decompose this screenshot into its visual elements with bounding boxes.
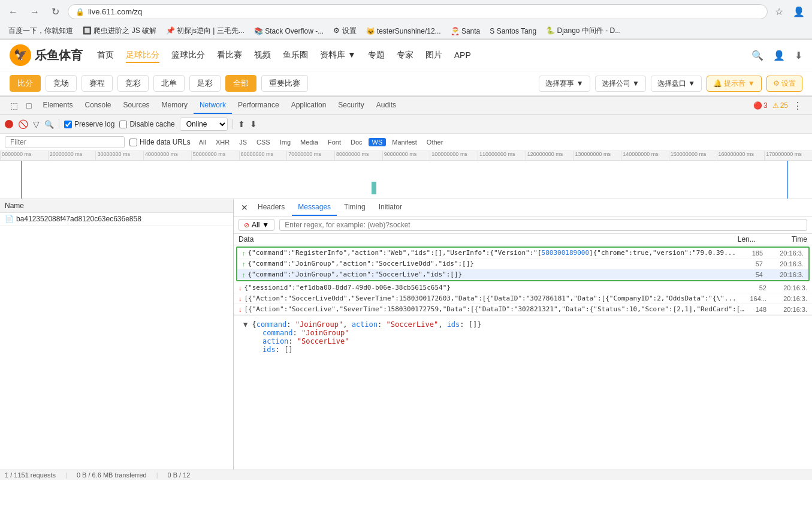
bookmark-santa[interactable]: 🎅 Santa	[447, 26, 484, 37]
tab-security[interactable]: Security	[332, 97, 370, 114]
tab-sources[interactable]: Sources	[117, 97, 156, 114]
filter-pan[interactable]: 选择盘口 ▼	[651, 76, 702, 92]
nav-topic[interactable]: 专题	[368, 47, 385, 63]
bell-button[interactable]: 🔔 提示音 ▼	[707, 76, 762, 92]
download-icon[interactable]: ⬇	[795, 50, 802, 61]
record-button[interactable]	[5, 120, 13, 128]
btn-jingchang[interactable]: 竞场	[46, 75, 77, 92]
throttle-select[interactable]: Online Fast 3G Slow 3G Offline	[180, 118, 228, 131]
tab-console[interactable]: Console	[79, 97, 117, 114]
back-button[interactable]: ←	[5, 4, 22, 20]
nav-video[interactable]: 视频	[254, 47, 271, 63]
toolbar-divider	[59, 119, 59, 129]
tab-headers[interactable]: Headers	[252, 199, 291, 216]
tab-performance[interactable]: Performance	[232, 97, 285, 114]
nav-expert[interactable]: 专家	[397, 47, 413, 63]
url-text: live.611.com/zq	[88, 7, 760, 16]
bookmark-reverse[interactable]: 📌 初探js逆向 | 三毛先...	[162, 25, 248, 37]
nav-watch[interactable]: 看比赛	[217, 47, 242, 63]
nav-home[interactable]: 首页	[97, 47, 114, 63]
star-button[interactable]: ☆	[772, 4, 786, 20]
tab-initiator[interactable]: Initiator	[373, 199, 408, 216]
disable-cache-checkbox[interactable]	[119, 121, 127, 128]
filter-input[interactable]	[5, 136, 125, 148]
address-bar[interactable]: 🔒 live.611.com/zq	[68, 4, 768, 19]
all-select[interactable]: ⊘ All ▼	[239, 219, 274, 231]
type-other[interactable]: Other	[423, 138, 447, 146]
type-doc[interactable]: Doc	[347, 138, 366, 146]
hide-data-checkbox[interactable]	[129, 139, 137, 146]
bookmark-settings[interactable]: ⚙ 设置	[330, 25, 360, 37]
tab-application[interactable]: Application	[285, 97, 333, 114]
nav-database[interactable]: 资料库 ▼	[320, 47, 356, 63]
nav-soccer[interactable]: 足球比分	[126, 47, 159, 63]
filter-company[interactable]: 选择公司 ▼	[595, 76, 646, 92]
msg-row-3[interactable]: ↓ {"sessionid":"ef1dba00-8dd7-49d0-b06e-…	[234, 282, 812, 293]
nav-yulequ[interactable]: 鱼乐圈	[283, 47, 308, 63]
msg-filter-input[interactable]	[279, 219, 807, 231]
close-detail-button[interactable]: ✕	[239, 200, 250, 215]
nav-app[interactable]: APP	[454, 48, 471, 62]
hide-data-label[interactable]: Hide data URLs	[129, 138, 191, 146]
btn-zucai[interactable]: 足彩	[189, 75, 221, 92]
tab-elements[interactable]: Elements	[37, 97, 79, 114]
type-ws[interactable]: WS	[369, 138, 387, 146]
type-css[interactable]: CSS	[253, 138, 274, 146]
type-xhr[interactable]: XHR	[212, 138, 233, 146]
bookmark-django[interactable]: 🐍 Django 中间件 - D...	[542, 25, 624, 37]
bookmark-github[interactable]: 😺 testerSunshine/12...	[363, 26, 445, 37]
profile-button[interactable]: 👤	[790, 4, 807, 20]
bookmark-santos[interactable]: S Santos Tang	[486, 26, 540, 37]
search-icon[interactable]: 🔍	[751, 50, 763, 61]
clear-button[interactable]: 🚫	[18, 119, 28, 129]
filter-race[interactable]: 选择赛事 ▼	[539, 76, 590, 92]
more-button[interactable]: ⋮	[793, 100, 802, 112]
export-button[interactable]: ⬇	[250, 119, 257, 129]
btn-jingcai[interactable]: 竞彩	[117, 75, 149, 92]
btn-beidan[interactable]: 北单	[153, 75, 185, 92]
website-setting-button[interactable]: ⚙ 设置	[766, 76, 802, 92]
forward-button[interactable]: →	[26, 4, 43, 20]
msg-len-3: 52	[747, 284, 771, 291]
preserve-log-checkbox[interactable]	[64, 121, 72, 128]
btn-saicheng[interactable]: 赛程	[81, 75, 113, 92]
btn-biscore[interactable]: 比分	[10, 75, 41, 92]
msg-row-4[interactable]: ↓ [{"Action":"SoccerLiveOdd","SeverTime"…	[234, 293, 812, 304]
msg-row-1[interactable]: ↑ {"command":"JoinGroup","action":"Socce…	[237, 259, 808, 269]
type-manifest[interactable]: Manifest	[388, 138, 421, 146]
msg-row-5[interactable]: ↓ [{"Action":"SoccerLive","SeverTime":15…	[234, 304, 812, 315]
bookmark-stackoverflow[interactable]: 📚 Stack Overflow -...	[250, 26, 327, 37]
tab-messages[interactable]: Messages	[292, 199, 337, 216]
type-js[interactable]: JS	[236, 138, 250, 146]
expand-arrow[interactable]: ▼	[243, 320, 247, 329]
search-button[interactable]: 🔍	[44, 120, 54, 129]
nav-photo[interactable]: 图片	[425, 47, 442, 63]
inspect-icon[interactable]: ⬚	[7, 99, 21, 112]
bookmark-crawler[interactable]: 🔲 爬虫进阶之 JS 破解	[79, 25, 160, 37]
reload-button[interactable]: ↻	[48, 4, 63, 20]
tab-memory[interactable]: Memory	[156, 97, 194, 114]
file-row[interactable]: 📄 ba412352088f47ad8120c63ec636e858	[0, 213, 233, 226]
tab-network[interactable]: Network	[194, 97, 232, 114]
bookmark-baidu[interactable]: 百度一下，你就知道	[5, 25, 77, 37]
preserve-log-label[interactable]: Preserve log	[64, 120, 114, 128]
device-icon[interactable]: □	[23, 99, 34, 112]
tick-40: 40000000 ms	[143, 151, 191, 160]
type-img[interactable]: Img	[276, 138, 294, 146]
import-button[interactable]: ⬆	[238, 119, 245, 129]
disable-cache-label[interactable]: Disable cache	[119, 120, 174, 128]
user-icon[interactable]: 👤	[773, 50, 785, 61]
msg-row-0[interactable]: ↑ {"command":"RegisterInfo","action":"We…	[237, 248, 808, 259]
btn-all[interactable]: 全部	[225, 75, 256, 92]
type-font[interactable]: Font	[324, 138, 345, 146]
tab-audits[interactable]: Audits	[370, 97, 402, 114]
nav-basketball[interactable]: 篮球比分	[171, 47, 205, 63]
type-media[interactable]: Media	[297, 138, 322, 146]
filter-funnel-button[interactable]: ▽	[33, 119, 40, 129]
btn-important[interactable]: 重要比赛	[261, 75, 308, 92]
type-all[interactable]: All	[195, 138, 210, 146]
expanded-props: command: "JoinGroup" action: "SoccerLive…	[243, 329, 802, 354]
status-resources: 0 B / 12	[168, 471, 191, 479]
msg-row-2[interactable]: ↑ {"command":"JoinGroup","action":"Socce…	[237, 269, 808, 280]
tab-timing[interactable]: Timing	[338, 199, 372, 216]
